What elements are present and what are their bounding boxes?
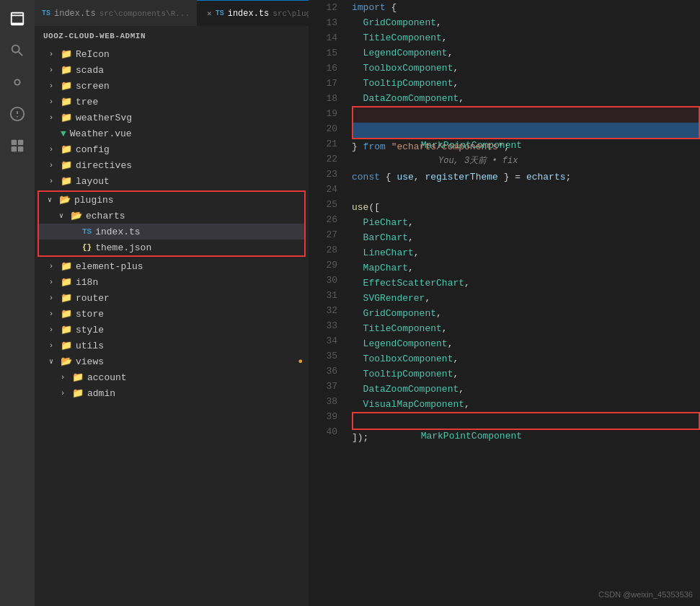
- code-line-34: LegendComponent,: [352, 336, 700, 351]
- ts-file-icon: TS: [82, 227, 92, 236]
- folder-icon: 📂: [59, 194, 71, 206]
- code-editor: 12 13 14 15 16 17 18 19 20 21 22 23 24 2…: [309, 0, 700, 606]
- folder-icon: 📁: [61, 324, 72, 335]
- tree-item-router[interactable]: › 📁 router: [35, 290, 309, 306]
- folder-icon: 📂: [71, 210, 82, 221]
- tree-item-echarts[interactable]: ∨ 📂 echarts: [39, 208, 304, 224]
- arrow-icon: ›: [61, 374, 72, 382]
- item-label: echarts: [86, 211, 125, 221]
- tab-path: src\plugins\echarts: [273, 9, 309, 18]
- item-label: config: [76, 144, 110, 155]
- tree-item-scada[interactable]: › 📁 scada: [35, 62, 309, 78]
- arrow-icon: ›: [49, 310, 61, 318]
- arrow-icon: ›: [61, 390, 72, 398]
- activity-bar: [0, 0, 35, 606]
- scroll-indicator: ●: [298, 357, 303, 366]
- arrow-icon: ›: [49, 263, 61, 271]
- item-label: layout: [76, 176, 110, 187]
- tree-item-weather-vue[interactable]: › ▼ Weather.vue: [35, 126, 309, 141]
- svg-rect-3: [12, 140, 17, 145]
- folder-icon: 📁: [61, 292, 72, 304]
- tree-item-layout[interactable]: › 📁 layout: [35, 173, 309, 189]
- folder-icon: 📁: [61, 308, 72, 320]
- item-label: theme.json: [95, 242, 151, 253]
- file-explorer: UOOZ-CLOUD-WEB-ADMIN › 📁 ReIcon › 📁 scad…: [35, 26, 309, 606]
- code-line-28: LineChart,: [352, 245, 700, 260]
- item-label: plugins: [74, 195, 114, 206]
- tree-item-reicon[interactable]: › 📁 ReIcon: [35, 46, 309, 62]
- debug-icon[interactable]: [4, 101, 30, 127]
- watermark: CSDN @weixin_45353536: [598, 590, 693, 599]
- item-label: ReIcon: [76, 49, 110, 60]
- sidebar: TS index.ts src\components\R... ✕ TS ind…: [35, 0, 309, 606]
- svg-rect-4: [18, 140, 23, 145]
- code-line-32: GridComponent,: [352, 306, 700, 321]
- folder-icon: 📁: [61, 159, 72, 171]
- code-line-19: ●VisualMapComponent,: [353, 107, 699, 123]
- code-line-18: DataZoomComponent,: [352, 91, 700, 106]
- folder-icon: 📁: [61, 80, 72, 92]
- tab-path: src\components\R...: [99, 9, 190, 18]
- tree-item-admin[interactable]: › 📁 admin: [35, 385, 309, 401]
- item-label: weatherSvg: [76, 113, 132, 123]
- code-line-38: VisualMapComponent,: [352, 397, 700, 412]
- tree-item-screen[interactable]: › 📁 screen: [35, 78, 309, 94]
- tree-item-index-ts[interactable]: › TS index.ts: [39, 224, 304, 240]
- code-content[interactable]: import { GridComponent, TitleComponent, …: [345, 0, 700, 606]
- tree-item-store[interactable]: › 📁 store: [35, 306, 309, 322]
- code-line-13: GridComponent,: [352, 15, 700, 30]
- json-file-icon: {}: [82, 243, 92, 252]
- arrow-icon: ›: [49, 98, 61, 106]
- folder-icon: 📁: [61, 48, 72, 60]
- tree-item-element-plus[interactable]: › 📁 element-plus: [35, 258, 309, 274]
- folder-icon: 📁: [61, 276, 72, 288]
- line-numbers: 12 13 14 15 16 17 18 19 20 21 22 23 24 2…: [309, 0, 345, 606]
- tree-item-tree[interactable]: › 📁 tree: [35, 94, 309, 110]
- code-line-33: TitleComponent,: [352, 321, 700, 336]
- code-line-21: } from "echarts/components";: [352, 139, 700, 154]
- tree-item-i18n[interactable]: › 📁 i18n: [35, 274, 309, 290]
- tree-item-utils[interactable]: › 📁 utils: [35, 338, 309, 354]
- tree-item-weathersvg[interactable]: › 📁 weatherSvg: [35, 110, 309, 126]
- folder-icon: 📁: [61, 64, 72, 76]
- explorer-icon[interactable]: [4, 6, 30, 32]
- arrow-icon: ›: [49, 50, 61, 58]
- code-line-14: TitleComponent,: [352, 30, 700, 45]
- arrow-icon: ›: [49, 66, 61, 74]
- item-label: account: [87, 372, 127, 383]
- arrow-icon: ∨: [48, 196, 59, 204]
- tree-item-views[interactable]: ∨ 📂 views ●: [35, 354, 309, 369]
- extensions-icon[interactable]: [4, 133, 30, 159]
- close-icon[interactable]: ✕: [207, 9, 212, 18]
- code-line-31: SVGRenderer,: [352, 291, 700, 306]
- svg-rect-6: [18, 146, 23, 152]
- tree-item-theme-json[interactable]: › {} theme.json: [39, 240, 304, 255]
- code-line-16: ToolboxComponent,: [352, 61, 700, 76]
- code-line-20: MarkPointComponent You, 3天前 • fix: [353, 123, 699, 138]
- tab-label: index.ts: [228, 9, 270, 19]
- tree-item-plugins[interactable]: ∨ 📂 plugins: [39, 192, 304, 208]
- arrow-icon: ›: [49, 177, 61, 185]
- tree-item-account[interactable]: › 📁 account: [35, 369, 309, 385]
- folder-icon: 📁: [61, 96, 72, 107]
- tree-item-config[interactable]: › 📁 config: [35, 141, 309, 157]
- source-control-icon[interactable]: [4, 69, 30, 95]
- code-line-26: PieChart,: [352, 215, 700, 230]
- item-label: store: [76, 309, 104, 320]
- arrow-icon: ›: [49, 294, 61, 302]
- item-label: router: [76, 293, 110, 304]
- tree-item-style[interactable]: › 📁 style: [35, 322, 309, 338]
- editor-tabs-row1: TS index.ts src\components\R... ✕ TS ind…: [35, 0, 309, 26]
- svg-point-2: [17, 116, 18, 118]
- code-line-17: TooltipComponent,: [352, 76, 700, 91]
- tree-item-directives[interactable]: › 📁 directives: [35, 157, 309, 173]
- code-line-39: MarkPointComponent: [353, 413, 699, 429]
- item-label: Weather.vue: [70, 128, 132, 139]
- item-label: screen: [76, 81, 110, 92]
- tab-index-plugins[interactable]: ✕ TS index.ts src\plugins\echarts: [197, 0, 309, 26]
- code-line-29: MapChart,: [352, 260, 700, 276]
- folder-icon: 📁: [61, 260, 72, 272]
- code-line-23: const { use, registerTheme } = echarts;: [352, 170, 700, 185]
- tab-index-components[interactable]: TS index.ts src\components\R...: [35, 0, 197, 26]
- search-icon[interactable]: [4, 38, 30, 63]
